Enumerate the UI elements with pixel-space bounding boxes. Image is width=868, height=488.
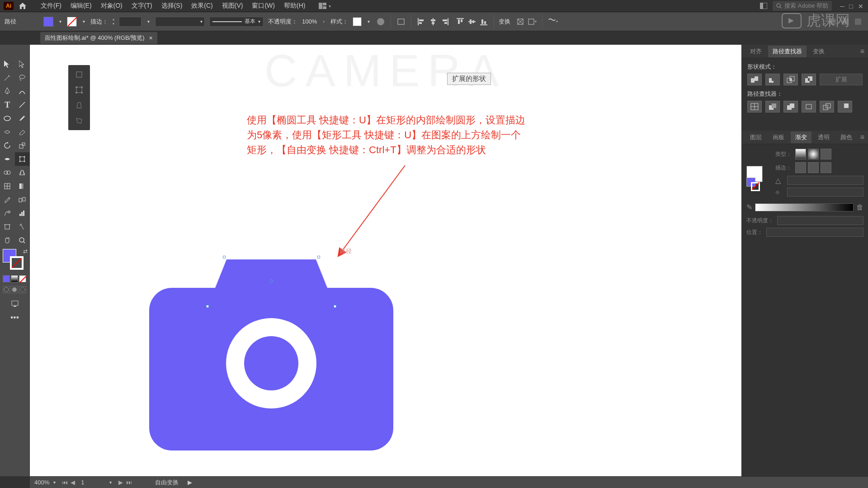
pf-outline[interactable] [820,101,834,113]
artboard-tool[interactable] [0,220,15,234]
close-button[interactable]: ✕ [858,3,864,9]
panel-tab-gradient[interactable]: 渐变 [791,131,811,143]
recolor-icon[interactable] [375,16,386,27]
scale-tool[interactable] [15,139,30,152]
align-left-icon[interactable] [416,16,427,27]
stroke-along[interactable] [808,162,819,173]
style-dropdown[interactable]: ▾ [366,17,371,26]
stroke-across[interactable] [821,162,831,173]
symbol-sprayer-tool[interactable] [0,206,15,220]
minimize-button[interactable]: ─ [840,3,846,9]
gradient-tool[interactable] [15,179,30,193]
menu-file[interactable]: 文件(F) [36,1,66,11]
document-tab[interactable]: 面性图标绘制.ai* @ 400% (RGB/预览) × [40,32,157,44]
panel-tab-layers[interactable]: 图层 [745,131,766,143]
artboard-nav-dropdown[interactable]: ▾ [108,478,113,487]
color-mode[interactable] [3,275,10,282]
pathfinder-intersect[interactable] [783,74,798,85]
ft-distort[interactable] [70,113,88,128]
status-arrow[interactable]: ▶ [188,479,192,486]
panel-tab-color[interactable]: 颜色 [836,131,857,143]
draw-inside[interactable] [19,286,26,293]
align-bottom-icon[interactable] [478,16,489,27]
first-artboard[interactable]: ⏮ [61,479,68,486]
effects-icon[interactable]: ▾ [547,16,558,27]
pathfinder-minus-front[interactable] [765,74,780,85]
ft-free[interactable] [70,82,88,98]
shape-icon[interactable]: ▾ [527,16,538,27]
layout-selector[interactable]: ▾ [319,3,331,9]
edit-toolbar-button[interactable]: ••• [0,310,29,325]
width-tool[interactable] [0,152,15,166]
hand-tool[interactable] [0,234,15,247]
selection-handle[interactable] [206,305,209,308]
stroke-dropdown[interactable]: ▾ [81,17,86,26]
graph-tool[interactable] [15,206,30,220]
align-right-icon[interactable] [439,16,450,27]
last-artboard[interactable]: ⏭ [125,479,132,486]
panel-tab-artboards[interactable]: 画板 [768,131,789,143]
panel-tab-transparency[interactable]: 透明 [813,131,834,143]
selection-handle[interactable] [317,256,320,258]
gradient-tool-icon[interactable]: ✎ [746,203,752,211]
stroke-down[interactable]: ▾ [113,22,114,26]
artboard-number[interactable]: 1 [81,479,104,486]
direct-selection-tool[interactable] [15,57,30,71]
gradient-angle[interactable] [787,176,863,185]
gradient-stroke-ind[interactable] [751,182,760,191]
search-input[interactable]: 搜索 Adobe 帮助 [773,1,832,11]
ellipse-tool[interactable] [0,112,15,125]
panel-tab-pathfinder[interactable]: 路径查找器 [768,46,807,57]
stroke-up[interactable]: ▴ [113,17,114,21]
menu-select[interactable]: 选择(S) [157,1,187,11]
pf-merge[interactable] [783,101,798,113]
menu-type[interactable]: 文字(T) [127,1,157,11]
home-icon[interactable] [18,1,27,10]
paintbrush-tool[interactable] [15,112,30,125]
zoom-dropdown[interactable]: ▾ [52,478,57,487]
align-vcenter-icon[interactable] [467,16,477,27]
ft-perspective[interactable] [70,98,88,113]
pen-tool[interactable] [0,84,15,98]
gradient-slider[interactable] [755,203,854,211]
panel-small-3[interactable] [853,16,863,27]
fill-stroke-indicator[interactable]: ⇄ [0,247,29,274]
isolate-icon[interactable] [515,16,526,27]
free-transform-widget[interactable] [68,65,90,130]
curvature-tool[interactable] [15,84,30,98]
pathfinder-exclude[interactable] [802,74,816,85]
brush-def-select[interactable]: 基本 ▾ [209,17,264,27]
shaper-tool[interactable] [0,125,15,139]
blend-tool[interactable] [15,193,30,206]
zoom-tool[interactable] [15,234,30,247]
align-top-icon[interactable] [455,16,466,27]
stop-position-input[interactable] [766,228,863,237]
menu-help[interactable]: 帮助(H) [279,1,310,11]
draw-behind[interactable] [11,286,18,293]
stroke-color-swatch[interactable] [67,17,77,27]
gradient-freeform[interactable] [821,149,831,160]
stop-opacity-input[interactable] [777,216,863,225]
pf-crop[interactable] [802,101,816,113]
fill-color-swatch[interactable] [43,17,53,27]
lasso-tool[interactable] [15,71,30,84]
panel-small-2[interactable] [840,16,851,27]
slice-tool[interactable] [15,220,30,234]
fill-dropdown[interactable]: ▾ [58,17,62,26]
menu-effect[interactable]: 效果(C) [187,1,217,11]
stroke-within[interactable] [795,162,806,173]
menu-object[interactable]: 对象(O) [96,1,127,11]
panel-menu-icon-2[interactable]: ≡ [860,133,864,141]
menu-window[interactable]: 窗口(W) [247,1,279,11]
delete-stop-icon[interactable]: 🗑 [856,203,863,211]
mesh-tool[interactable] [0,179,15,193]
graphic-style-swatch[interactable] [353,17,362,26]
stroke-weight-dropdown[interactable]: ▾ [146,17,151,26]
expand-button[interactable]: 扩展 [820,74,863,85]
tab-close-button[interactable]: × [149,34,153,42]
type-tool[interactable]: T [0,98,15,112]
selection-handle[interactable] [334,305,336,308]
pathfinder-unite[interactable] [747,74,762,85]
arrange-docs-icon[interactable] [758,0,769,11]
menu-view[interactable]: 视图(V) [217,1,248,11]
